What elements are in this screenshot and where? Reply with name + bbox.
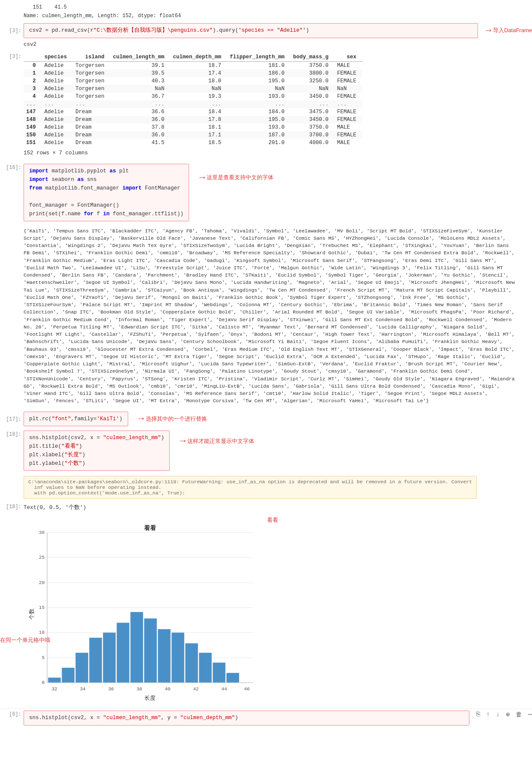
code18-line-1: sns.histplot(csv2, x = "culmen_length_mm… [29, 434, 164, 442]
arrow-right-icon2: → [199, 172, 205, 183]
cell18-result-text: Text(0, 0.5, '个数') [24, 503, 86, 512]
cell16-annotation: → 这里是查看支持中文的字体 [199, 172, 274, 183]
cell-2: Dream [73, 123, 111, 131]
table-row: 0AdelieTorgersen39.118.7181.03750.0MALE [24, 61, 362, 69]
code18-line-4: plt.ylabel("个数") [29, 459, 164, 468]
cell17-bracket: [17]: [0, 416, 24, 422]
cell-4: 17.8 [171, 116, 228, 123]
cell-6: 3700.0 [291, 131, 335, 139]
cell-5: 181.0 [227, 61, 291, 69]
cell-6: 3750.0 [291, 123, 335, 131]
svg-text:38: 38 [136, 687, 142, 692]
cell-1: ... [42, 100, 73, 108]
cell-3: 36.6 [111, 108, 171, 116]
cell3-code[interactable]: csv2 = pd.read_csv(r"C:\数据分析【自我练习版】\peng… [24, 23, 478, 38]
col-sex: sex [334, 53, 362, 62]
cell-3: 40.3 [111, 77, 171, 85]
cell-7: MALE [334, 139, 362, 147]
svg-rect-23 [144, 618, 157, 683]
cell-6: 3750.0 [291, 61, 335, 69]
cell-2: Dream [73, 108, 111, 116]
cell-5: NaN [227, 85, 291, 93]
chart-area: 看看 个数 [13, 516, 532, 704]
svg-rect-28 [213, 663, 225, 683]
warning-row: C:\anaconda\site-packages\seaborn\_oldco… [0, 473, 532, 501]
cell-1: Adelie [42, 139, 73, 147]
code-line-2: import seaborn as sns [29, 175, 183, 184]
chart-svg-wrapper: 个数 0 5 [26, 524, 266, 704]
add-icon[interactable]: ⊕ [506, 711, 510, 719]
table-row: 151AdelieDream41.518.5201.04000.0MALE [24, 139, 362, 147]
svg-text:看看: 看看 [144, 524, 156, 531]
cell-5: ... [227, 100, 291, 108]
cell-7: FEMALE [334, 116, 362, 123]
cell17-annotation: → 选择其中的一个进行替换 [138, 413, 207, 424]
svg-rect-17 [62, 668, 75, 683]
code18-line-2: plt.title("看看") [29, 442, 164, 451]
row-index: 147 [24, 108, 42, 116]
cell-5: 195.0 [227, 77, 291, 85]
cell-4: 18.1 [171, 123, 228, 131]
cell-4: ... [171, 100, 228, 108]
cell-1: Adelie [42, 116, 73, 123]
svg-text:42: 42 [193, 687, 198, 692]
svg-rect-20 [103, 632, 116, 683]
cell-7: FEMALE [334, 108, 362, 116]
cell-7: ... [334, 100, 362, 108]
cell18-code[interactable]: sns.histplot(csv2, x = "culmen_length_mm… [24, 431, 170, 471]
table-row: 150AdelieDream36.017.1187.03700.0FEMALE [24, 131, 362, 139]
table-row: ........................ [24, 100, 362, 108]
copy-icon[interactable]: ⎘ [476, 711, 480, 718]
svg-rect-25 [171, 632, 184, 683]
cell18-bracket: [18]: [0, 431, 24, 437]
cell-5: 184.0 [227, 108, 291, 116]
move-up-icon[interactable]: ↑ [486, 711, 490, 718]
svg-text:46: 46 [244, 687, 249, 692]
cell-3: 39.5 [111, 69, 171, 77]
row-index: 151 [24, 139, 42, 147]
row-index: 150 [24, 131, 42, 139]
cell-3: ... [111, 100, 171, 108]
svg-text:25: 25 [39, 555, 45, 560]
cell-4: 18.0 [171, 77, 228, 85]
row-index: 0 [24, 61, 42, 69]
cell6-code[interactable]: sns.histplot(csv2, x = "culmen_length_mm… [24, 711, 469, 726]
svg-text:0: 0 [42, 680, 45, 685]
cell-1: Adelie [42, 108, 73, 116]
cell-7: FEMALE [334, 69, 362, 77]
cell-2: Torgersen [73, 85, 111, 93]
cell-2: ... [73, 100, 111, 108]
cell-6: 3475.0 [291, 108, 335, 116]
cell17-code[interactable]: plt.rc("font",family='KaiTi') [24, 412, 128, 427]
code-line-4 [29, 193, 183, 201]
svg-text:10: 10 [39, 630, 45, 635]
cell3-input-row: [3]: csv2 = pd.read_csv(r"C:\数据分析【自我练习版】… [0, 22, 532, 39]
row-index: 148 [24, 116, 42, 123]
col-body-mass: body_mass_g [291, 53, 335, 62]
code-line-3: from matplotlib.font_manager import Font… [29, 184, 183, 193]
df-bracket: [3]: [0, 51, 24, 60]
col-culmen-length: culmen_length_mm [111, 53, 171, 62]
arrow-right-icon4: → [180, 436, 186, 446]
delete-icon[interactable]: 🗑 [516, 711, 522, 719]
cell-5: 187.0 [227, 131, 291, 139]
fonts-output-text: {'KaiTi', 'Tempus Sans ITC', 'Blackadder… [24, 225, 517, 407]
move-down-icon[interactable]: ↓ [496, 711, 500, 718]
cell-3: 37.8 [111, 123, 171, 131]
cell-1: Adelie [42, 77, 73, 85]
svg-rect-26 [185, 643, 198, 683]
svg-rect-22 [130, 612, 143, 683]
cell-1: Adelie [42, 131, 73, 139]
chart-top-label: 看看 [13, 516, 532, 524]
row-index: 4 [24, 93, 42, 100]
svg-text:36: 36 [108, 687, 114, 692]
cell-5: 201.0 [227, 139, 291, 147]
more-icon[interactable]: ⋯ [528, 711, 532, 719]
cell3-var: csv2 [24, 41, 36, 48]
cell-6: 3450.0 [291, 93, 335, 100]
cell-4: 18.4 [171, 108, 228, 116]
row-index: 1 [24, 69, 42, 77]
col-species: species [42, 53, 73, 62]
row-index: 2 [24, 77, 42, 85]
cell16-code[interactable]: import matplotlib.pyplot as plt import s… [24, 164, 189, 221]
